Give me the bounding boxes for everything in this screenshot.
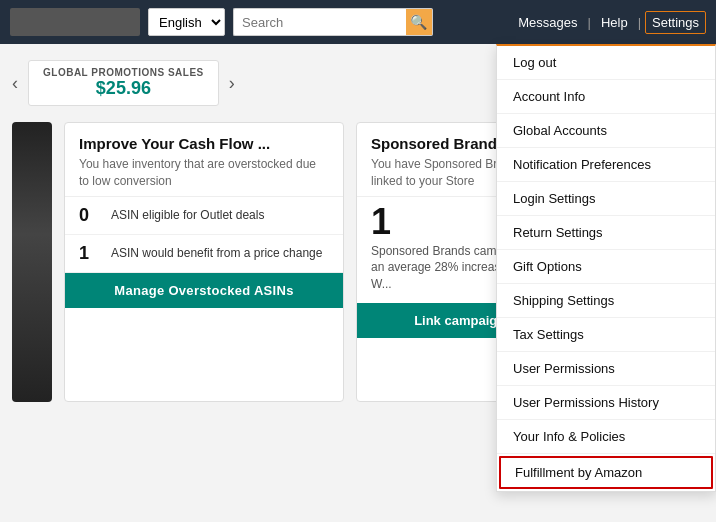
nav-messages[interactable]: Messages: [512, 11, 583, 34]
top-navigation: English 中文 日本語 🔍 Messages | Help | Setti…: [0, 0, 716, 44]
dropdown-item-fba[interactable]: Fulfillment by Amazon: [499, 456, 713, 489]
dropdown-item-notification-prefs[interactable]: Notification Preferences: [497, 148, 715, 182]
dropdown-item-login-settings[interactable]: Login Settings: [497, 182, 715, 216]
manage-overstocked-button[interactable]: Manage Overstocked ASINs: [65, 273, 343, 308]
dropdown-item-gift-options[interactable]: Gift Options: [497, 250, 715, 284]
promotions-value: $25.96: [96, 78, 151, 99]
cash-flow-subtitle: You have inventory that are overstocked …: [79, 156, 329, 190]
search-button[interactable]: 🔍: [406, 8, 433, 36]
dropdown-item-your-info-policies[interactable]: Your Info & Policies: [497, 420, 715, 454]
dropdown-item-user-permissions[interactable]: User Permissions: [497, 352, 715, 386]
cash-flow-header: Improve Your Cash Flow ... You have inve…: [65, 123, 343, 197]
cash-flow-row-1-num: 1: [79, 243, 99, 264]
cash-flow-card: Improve Your Cash Flow ... You have inve…: [64, 122, 344, 402]
search-input[interactable]: [233, 8, 406, 36]
nav-divider-1: |: [587, 15, 590, 30]
dropdown-item-tax-settings[interactable]: Tax Settings: [497, 318, 715, 352]
dropdown-item-shipping-settings[interactable]: Shipping Settings: [497, 284, 715, 318]
nav-help[interactable]: Help: [595, 11, 634, 34]
logo: [10, 8, 140, 36]
settings-dropdown: Log out Account Info Global Accounts Not…: [496, 44, 716, 492]
nav-divider-2: |: [638, 15, 641, 30]
product-thumbnail: [12, 122, 52, 402]
dropdown-item-logout[interactable]: Log out: [497, 46, 715, 80]
promo-arrow-left[interactable]: ‹: [12, 73, 18, 94]
dropdown-item-return-settings[interactable]: Return Settings: [497, 216, 715, 250]
cash-flow-row-1-text: ASIN would benefit from a price change: [111, 245, 322, 262]
dropdown-item-user-permissions-history[interactable]: User Permissions History: [497, 386, 715, 420]
promotions-label: GLOBAL PROMOTIONS SALES: [43, 67, 204, 78]
nav-links: Messages | Help | Settings: [512, 11, 706, 34]
cash-flow-row-1: 1 ASIN would benefit from a price change: [65, 235, 343, 272]
cash-flow-row-0-num: 0: [79, 205, 99, 226]
cash-flow-title: Improve Your Cash Flow ...: [79, 135, 329, 152]
cash-flow-rows: 0 ASIN eligible for Outlet deals 1 ASIN …: [65, 197, 343, 273]
promotions-box: GLOBAL PROMOTIONS SALES $25.96: [28, 60, 219, 106]
search-bar: 🔍: [233, 8, 433, 36]
dropdown-item-account-info[interactable]: Account Info: [497, 80, 715, 114]
language-selector[interactable]: English 中文 日本語: [148, 8, 225, 36]
cash-flow-row-0-text: ASIN eligible for Outlet deals: [111, 207, 264, 224]
promo-arrow-right[interactable]: ›: [229, 73, 235, 94]
nav-settings[interactable]: Settings: [645, 11, 706, 34]
dropdown-item-global-accounts[interactable]: Global Accounts: [497, 114, 715, 148]
cash-flow-row-0: 0 ASIN eligible for Outlet deals: [65, 197, 343, 235]
